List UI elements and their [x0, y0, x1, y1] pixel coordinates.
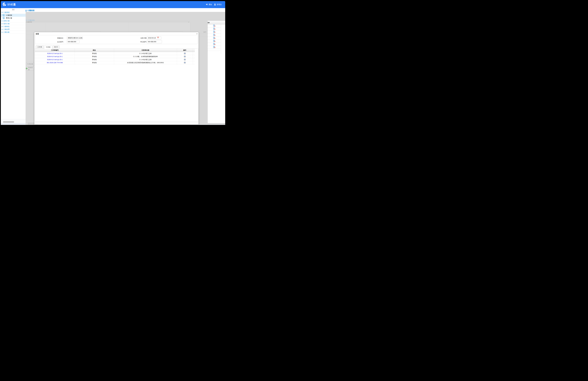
cell-post: 李桂海 [75, 61, 114, 64]
caret-right-icon [1, 32, 3, 33]
cell-actions [177, 55, 193, 58]
remove-document-button[interactable] [208, 46, 221, 49]
cell-post: 李桂海 [75, 52, 114, 55]
sidebar-scrollbar[interactable] [1, 119, 26, 123]
doc-remove-icon [213, 40, 215, 42]
remove-document-button[interactable] [208, 43, 221, 46]
tab-2[interactable]: 附 件 [53, 45, 60, 49]
work-order-link[interactable]: S226-A1-5-a4-(a)-15-1 [47, 59, 63, 61]
column-header-3: 操作 [177, 49, 193, 52]
cell-actions [177, 52, 193, 55]
cell-post: 李桂海 [75, 58, 114, 61]
doc-remove-icon [213, 37, 215, 39]
sidebar-group-label: 计量审批 [3, 25, 10, 28]
remove-document-button[interactable] [208, 27, 221, 31]
sidebar-group-5[interactable]: 计量审批 [1, 25, 26, 28]
notifications-button[interactable]: 通知 [206, 1, 212, 8]
monitor-icon [3, 14, 5, 16]
sidebar: 计量填报计量填报费率计量材料计量相关计量计量审批计量设置计量台帐 [1, 8, 26, 119]
printer-icon[interactable] [184, 62, 186, 64]
brand: 计付通 [2, 2, 16, 7]
cell-actions [177, 61, 193, 64]
sidebar-group-label: 相关计量 [3, 23, 10, 25]
work-order-link[interactable]: S226-A1-5-a4-(a)-15-1 [47, 56, 63, 57]
remove-document-button[interactable] [208, 37, 221, 40]
svg-text:17: 17 [158, 38, 159, 39]
modal-tabs: 工作单引用单附 件 [36, 45, 60, 49]
printer-icon[interactable] [184, 56, 186, 58]
printer-icon[interactable] [184, 53, 186, 54]
sidebar-group-6[interactable]: 计量设置 [1, 28, 26, 31]
faded-page-title: 计量填报 [27, 19, 35, 21]
page-title: 计量填报 [27, 9, 34, 12]
date-label: 业务日期 [134, 37, 147, 39]
sidebar-group-label: 计量设置 [3, 28, 10, 30]
sidebar-group-7[interactable]: 计量台帐 [1, 31, 26, 34]
reference-table: 工作单编号岗位记录单名称操作S226-A1-5-a4-(a)-15-1李桂海C-… [35, 49, 195, 64]
end-stake-input[interactable]: K9+358.000 [147, 40, 162, 43]
remove-document-button[interactable] [208, 34, 221, 37]
caret-right-icon [1, 23, 3, 24]
work-order-link[interactable]: S226-A1-5-a4-(a)-15-1 [47, 53, 63, 54]
cell-record-name: C-2-15墩、台身现场质量检验报告单 [114, 55, 177, 58]
sidebar-group-label: 计量台帐 [3, 31, 10, 33]
doc-remove-icon [213, 31, 215, 33]
sidebar-scrollbar-thumb[interactable] [3, 121, 14, 123]
remove-document-button[interactable] [208, 24, 221, 27]
start-stake-input[interactable]: K9+358.000 [67, 40, 80, 43]
printer-icon[interactable] [184, 59, 186, 61]
remove-document-button[interactable] [208, 40, 221, 43]
sidebar-item-1-active[interactable]: 计量填报 [1, 14, 26, 17]
sidebar-group-0[interactable]: 计量填报 [1, 11, 26, 14]
column-header-0: 工作单编号 [35, 49, 75, 52]
column-header-1: 岗位 [75, 49, 114, 52]
user-icon [214, 3, 216, 6]
actions-side-table: 操作 [208, 21, 225, 123]
brand-text: 计付通 [7, 3, 16, 6]
modal-bottom-strip [35, 122, 198, 125]
doc-remove-icon [213, 34, 215, 36]
calendar-icon[interactable]: 17 [157, 37, 159, 39]
sidebar-item-label: 计量填报 [6, 14, 12, 16]
date-input[interactable]: 2019-04-16 [147, 36, 161, 40]
quote-list-tab: 引用清单 [26, 62, 34, 66]
view-modal: 查看 × 检验批次 栟茶河大桥10#-1立柱 业务日期 2019-04-16 1… [34, 32, 199, 125]
caret-right-icon [1, 26, 3, 27]
cell-record-name: 水泥混凝土抗压强度试验检测报告(立方体) - JB010502 [114, 61, 177, 64]
cell-actions [177, 58, 193, 61]
modal-close-icon[interactable]: × [196, 33, 198, 35]
sidebar-collapse-grip[interactable] [1, 8, 26, 11]
tab-0[interactable]: 工作单 [36, 45, 44, 49]
brand-swirl-icon [2, 2, 6, 7]
table-row-1: S226-A1-5-a4-(a)-15-1李桂海C-2-15墩、台身现场质量检验… [35, 55, 195, 58]
actions-column-header: 操作 [208, 21, 225, 24]
right-panel-end-line [208, 51, 221, 51]
modal-title: 查看 [36, 33, 39, 35]
sidebar-item-label: 费率计量 [6, 17, 12, 19]
sidebar-group-label: 材料计量 [3, 20, 10, 22]
plus-icon [26, 68, 27, 70]
column-header-2: 记录单名称 [114, 49, 177, 52]
cell-work-order: S226-A1-5-a4-(a)-15-1 [35, 55, 75, 58]
modal-fields-panel: 检验批次 栟茶河大桥10#-1立柱 业务日期 2019-04-16 17 起点桩… [35, 35, 198, 44]
sidebar-group-3[interactable]: 材料计量 [1, 20, 26, 22]
batch-input[interactable]: 栟茶河大桥10#-1立柱 [67, 36, 83, 40]
doc-remove-icon [213, 24, 215, 27]
sidebar-group-4[interactable]: 相关计量 [1, 22, 26, 25]
background-dialog-top-border [26, 21, 190, 21]
add-list-button: 添加清单 [26, 67, 34, 70]
remove-document-button[interactable] [208, 30, 221, 34]
end-label: 终点桩号 [134, 41, 147, 43]
notifications-label: 通知 [209, 3, 212, 6]
user-menu[interactable]: 管理员 [214, 1, 222, 8]
speaker-icon [206, 3, 208, 6]
sidebar-group-label: 计量填报 [3, 11, 10, 14]
table-row-2: S226-A1-5-a4-(a)-15-1李桂海C-1-40分项汇总表 [35, 58, 195, 61]
sidebar-item-2[interactable]: 费率计量 [1, 17, 26, 20]
doc-remove-icon [213, 46, 215, 49]
top-header-bar: 计付通 通知 管理员 [1, 1, 225, 8]
cell-record-name: C-1-40分项汇总表 [114, 58, 177, 61]
tab-1-active[interactable]: 引用单 [44, 45, 52, 49]
work-order-link[interactable]: BG-2019-226-TYH-048 [47, 62, 63, 64]
batch-label: 检验批次 [50, 37, 63, 39]
